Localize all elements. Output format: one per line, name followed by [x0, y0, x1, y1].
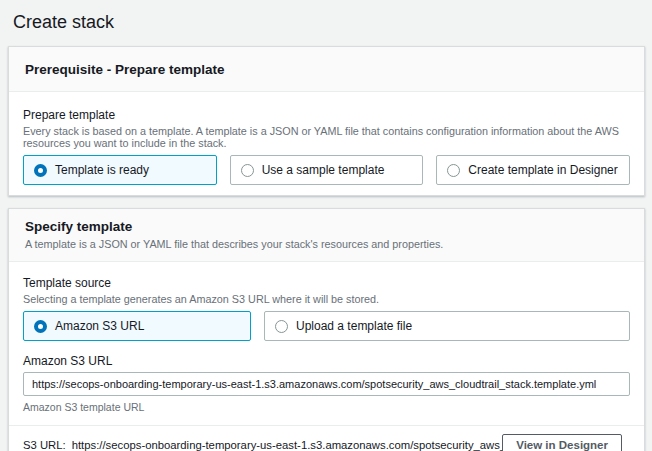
- radio-unchecked-icon[interactable]: [275, 320, 288, 333]
- page-title: Create stack: [13, 12, 645, 33]
- s3-url-prefix: S3 URL:: [23, 439, 66, 451]
- specify-template-card-body: Template source Selecting a template gen…: [9, 262, 644, 425]
- specify-template-card: Specify template A template is a JSON or…: [8, 208, 645, 451]
- prerequisite-card: Prerequisite - Prepare template Prepare …: [8, 46, 645, 196]
- create-stack-page: Create stack Prerequisite - Prepare temp…: [0, 0, 652, 451]
- radio-checked-icon[interactable]: [34, 164, 47, 177]
- radio-unchecked-icon[interactable]: [241, 164, 254, 177]
- prepare-template-description: Every stack is based on a template. A te…: [23, 125, 630, 149]
- s3-url-value: https://secops-onboarding-temporary-us-e…: [72, 439, 502, 451]
- option-label: Create template in Designer: [468, 163, 617, 177]
- option-label: Template is ready: [55, 163, 149, 177]
- amazon-s3-url-helper: Amazon S3 template URL: [23, 401, 630, 413]
- option-label: Amazon S3 URL: [55, 319, 144, 333]
- specify-template-card-header: Specify template A template is a JSON or…: [9, 209, 644, 262]
- template-source-options: Amazon S3 URL Upload a template file: [23, 311, 630, 341]
- option-upload-template-file[interactable]: Upload a template file: [264, 311, 630, 341]
- s3-url-line: S3 URL:https://secops-onboarding-tempora…: [23, 439, 502, 451]
- prerequisite-card-title: Prerequisite - Prepare template: [25, 62, 628, 77]
- option-label: Use a sample template: [262, 163, 385, 177]
- option-amazon-s3-url[interactable]: Amazon S3 URL: [23, 311, 251, 341]
- option-create-template-in-designer[interactable]: Create template in Designer: [436, 155, 630, 185]
- template-source-label: Template source: [23, 276, 630, 290]
- specify-template-description: A template is a JSON or YAML file that d…: [25, 238, 628, 250]
- radio-unchecked-icon[interactable]: [447, 164, 460, 177]
- view-in-designer-button[interactable]: View in Designer: [502, 434, 622, 451]
- s3-url-footer: S3 URL:https://secops-onboarding-tempora…: [9, 425, 644, 451]
- option-label: Upload a template file: [296, 319, 412, 333]
- specify-template-title: Specify template: [25, 219, 628, 234]
- prepare-template-options: Template is ready Use a sample template …: [23, 155, 630, 185]
- prerequisite-card-header: Prerequisite - Prepare template: [9, 47, 644, 92]
- amazon-s3-url-input[interactable]: [23, 372, 630, 396]
- prerequisite-card-body: Prepare template Every stack is based on…: [9, 92, 644, 195]
- option-use-sample-template[interactable]: Use a sample template: [230, 155, 424, 185]
- amazon-s3-url-label: Amazon S3 URL: [23, 354, 630, 368]
- prepare-template-label: Prepare template: [23, 108, 630, 122]
- amazon-s3-url-group: Amazon S3 URL Amazon S3 template URL: [23, 354, 630, 413]
- template-source-description: Selecting a template generates an Amazon…: [23, 293, 630, 305]
- option-template-is-ready[interactable]: Template is ready: [23, 155, 217, 185]
- radio-checked-icon[interactable]: [34, 320, 47, 333]
